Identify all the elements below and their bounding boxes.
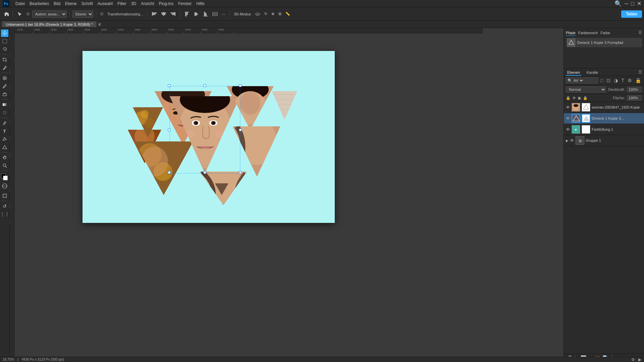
- align-center-h-button[interactable]: [160, 11, 168, 17]
- snap-icon[interactable]: ⊕: [270, 11, 276, 17]
- opacity-input[interactable]: [627, 87, 642, 92]
- auto-select-dropdown[interactable]: Autom. ausw...: [32, 10, 67, 18]
- background-color[interactable]: [3, 176, 8, 180]
- align-left-button[interactable]: [150, 11, 158, 17]
- layer-item-woman-kopie[interactable]: 👁 woman-2003647_1920 Kopie: [564, 102, 644, 113]
- group-expand-icon[interactable]: ▶: [566, 139, 569, 142]
- triangle-right-shoulder: [228, 118, 284, 180]
- layer-item-gruppe[interactable]: ▶ 👁 ▤ Gruppe 1: [564, 135, 644, 146]
- tab-ebenen[interactable]: Ebenen: [566, 70, 581, 76]
- text-tool[interactable]: T: [1, 127, 8, 135]
- close-tab-icon[interactable]: ✕: [98, 22, 102, 27]
- grid-icon[interactable]: ⊞: [277, 11, 283, 17]
- layer-item-farbfullung[interactable]: 👁 ■ Farbfüllung 1: [564, 124, 644, 135]
- menu-fenster[interactable]: Fenster: [178, 1, 192, 6]
- menu-plugins[interactable]: Plug-ins: [159, 1, 173, 6]
- layer-visibility-3[interactable]: 👁: [566, 127, 570, 132]
- scroll-button[interactable]: ⋮⋮: [1, 210, 8, 218]
- search-icon[interactable]: 🔍: [614, 0, 622, 7]
- lasso-tool[interactable]: [1, 46, 8, 53]
- layers-new-group-icon[interactable]: □: [599, 77, 604, 83]
- tab-kanale[interactable]: Kanäle: [585, 70, 599, 76]
- toolbox-separator-2: [1, 73, 8, 73]
- menu-bild[interactable]: Bild: [54, 1, 60, 6]
- svg-point-113: [213, 122, 215, 124]
- path-item[interactable]: Dreieck 1 Kopie 3 Formpfad: [566, 38, 642, 47]
- transform-checkbox[interactable]: ☑: [99, 11, 105, 16]
- fill-input[interactable]: [627, 95, 642, 101]
- layers-filter-select[interactable]: Art: [572, 78, 584, 83]
- toolbox-separator-1: [1, 54, 8, 55]
- select-tool-button[interactable]: [16, 11, 24, 17]
- align-center-v-button[interactable]: [192, 11, 200, 17]
- align-bottom-button[interactable]: [202, 11, 210, 17]
- layers-text-icon[interactable]: T: [620, 77, 625, 83]
- gradient-tool[interactable]: [1, 101, 8, 108]
- window-close-icon[interactable]: ✕: [637, 0, 641, 7]
- menu-ansicht[interactable]: Ansicht: [141, 1, 154, 6]
- blur-tool[interactable]: [1, 109, 8, 116]
- layers-add-mask-icon[interactable]: ⊡: [605, 77, 611, 83]
- align-top-button[interactable]: [183, 11, 191, 17]
- heal-tool[interactable]: [1, 74, 8, 82]
- align-right-button[interactable]: [169, 11, 177, 17]
- lock-artboard-icon[interactable]: ▣: [578, 96, 581, 100]
- lock-pixel-icon[interactable]: 🔒: [566, 96, 571, 100]
- pen-tool[interactable]: [1, 119, 8, 127]
- svg-rect-0: [152, 13, 156, 13]
- layers-lock-icon[interactable]: 🔒: [634, 77, 642, 83]
- menu-3d[interactable]: 3D: [131, 1, 136, 6]
- layer-item-dreieck-kopie[interactable]: 👁 Dreieck 1 Kopie 3...: [564, 113, 644, 124]
- panel-tab-pfade[interactable]: Pfade: [566, 30, 576, 36]
- document-tab[interactable]: Unbenannt-1 bei 18,8% (Dreieck 1 Kopie 3…: [2, 21, 96, 27]
- layer-visibility-2[interactable]: 👁: [566, 116, 570, 121]
- rotate-view-button[interactable]: ↺: [1, 202, 8, 210]
- layer-select-dropdown[interactable]: Ebene: [72, 10, 93, 18]
- app-home-button[interactable]: [2, 11, 10, 17]
- crop-tool[interactable]: [1, 56, 8, 63]
- menu-bearbeiten[interactable]: Bearbeiten: [30, 1, 49, 6]
- svg-rect-139: [204, 84, 206, 87]
- hand-tool[interactable]: [1, 154, 8, 161]
- eyedropper-tool[interactable]: [1, 64, 8, 71]
- menu-auswahl[interactable]: Auswahl: [98, 1, 113, 6]
- layers-panel-options-icon[interactable]: ☰: [638, 70, 642, 76]
- lock-move-icon[interactable]: ✜: [573, 96, 576, 100]
- menu-ebene[interactable]: Ebene: [65, 1, 77, 6]
- more-options-button[interactable]: ···: [220, 11, 227, 17]
- zoom-tool[interactable]: [1, 162, 8, 169]
- menu-schrift[interactable]: Schrift: [82, 1, 93, 6]
- panel-tab-farbbereich[interactable]: Farbbereich: [578, 30, 598, 36]
- selection-tool[interactable]: [1, 38, 8, 45]
- blend-mode-select[interactable]: Normal: [566, 86, 606, 93]
- shape-tool[interactable]: [1, 143, 8, 151]
- share-button[interactable]: Teilen: [621, 10, 642, 18]
- auto-select-checkbox[interactable]: ☑: [25, 11, 31, 16]
- window-restore-icon[interactable]: □: [631, 1, 634, 7]
- menu-filter[interactable]: Filter: [117, 1, 126, 6]
- mode-3d-icon[interactable]: [254, 11, 262, 17]
- panel-tab-farbe[interactable]: Farbe: [600, 30, 610, 36]
- layer-visibility-4[interactable]: 👁: [570, 138, 574, 143]
- status-settings-icon[interactable]: ⚙: [631, 357, 635, 362]
- brush-tool[interactable]: [1, 82, 8, 90]
- eraser-tool[interactable]: [1, 90, 8, 98]
- distribute-h-button[interactable]: [211, 11, 219, 17]
- menu-datei[interactable]: Datei: [15, 1, 25, 6]
- svg-text:3800: 3800: [9, 202, 10, 208]
- rotate-icon[interactable]: ↻: [263, 11, 269, 17]
- lock-all-icon[interactable]: 🔒: [583, 96, 588, 100]
- panel-options-icon[interactable]: ☰: [638, 30, 642, 36]
- status-arrow-icon[interactable]: ▶: [638, 357, 641, 362]
- svg-rect-15: [204, 12, 205, 15]
- layer-visibility-1[interactable]: 👁: [566, 105, 570, 110]
- quick-mask-button[interactable]: [2, 183, 8, 190]
- layers-filter-icon[interactable]: ⚙: [627, 77, 633, 83]
- move-tool[interactable]: [1, 29, 8, 37]
- window-minimize-icon[interactable]: ─: [625, 1, 628, 7]
- menu-hilfe[interactable]: Hilfe: [197, 1, 205, 6]
- screen-mode-button[interactable]: [1, 192, 8, 199]
- ruler-icon[interactable]: 📏: [284, 11, 291, 17]
- path-selection-tool[interactable]: [1, 135, 8, 143]
- layers-adjustment-icon[interactable]: ◑: [613, 77, 619, 83]
